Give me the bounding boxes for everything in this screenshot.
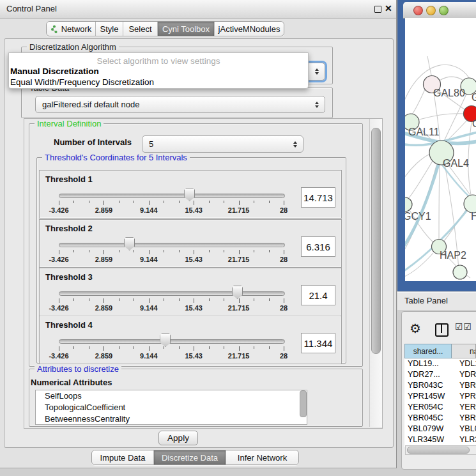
cell-name: YDR2 — [454, 369, 476, 380]
horizontal-scrollbar-thumb[interactable] — [407, 447, 470, 454]
slider-track[interactable] — [59, 339, 285, 344]
tab-impute-data-label: Impute Data — [100, 453, 146, 463]
numerical-attributes-list[interactable]: SelfLoopsTopologicalCoefficientBetweenne… — [35, 390, 307, 425]
slider-tick-label: 15.43 — [185, 352, 203, 360]
threshold-4-panel: Threshold 4 -3.4262.8599.14415.4321.7152… — [39, 316, 342, 364]
tab-network[interactable]: Network — [47, 22, 95, 36]
node-label-partial-right: C — [472, 118, 476, 129]
slider-ticks — [59, 250, 284, 255]
slider-track[interactable] — [59, 194, 285, 198]
checkbox-checked-icons[interactable]: ☑☑ — [455, 321, 472, 332]
attribute-item[interactable]: BetweennessCentrality — [36, 413, 307, 425]
table-row[interactable]: YBL079WYBL0 — [404, 424, 476, 434]
threshold-2-label: Threshold 2 — [45, 224, 93, 233]
tab-cyni-toolbox[interactable]: Cyni Toolbox — [157, 22, 214, 36]
slider-tick-label: 9.144 — [140, 304, 158, 312]
network-window-titlebar — [403, 2, 476, 19]
minimize-traffic-light-icon[interactable] — [426, 6, 436, 15]
tab-style[interactable]: Style — [95, 22, 123, 36]
combo-stepper-icon — [315, 68, 319, 75]
tab-infer-network[interactable]: Infer Network — [226, 450, 298, 464]
threshold-1-value-field[interactable]: 14.713 — [301, 187, 335, 208]
threshold-2-value-field[interactable]: 6.316 — [301, 236, 335, 257]
slider-track[interactable] — [59, 243, 285, 247]
number-of-intervals-combobox[interactable]: 5 — [142, 135, 303, 153]
close-traffic-light-icon[interactable] — [413, 6, 423, 15]
table-row[interactable]: YPR145WYPR1 — [404, 391, 476, 402]
node-label-gal4: GAL4 — [443, 158, 469, 169]
zoom-traffic-light-icon[interactable] — [439, 6, 449, 15]
slider-tick-label: 28 — [280, 256, 288, 263]
table-panel-titlebar: Table Panel — [397, 292, 476, 310]
top-tab-bar: Network Style Select Cyni Toolbox jActiv… — [46, 21, 284, 36]
tab-impute-data[interactable]: Impute Data — [92, 450, 153, 464]
network-canvas[interactable]: GAL80 GA C GAL11 GAL4 GCY1 HA HAP2 — [405, 18, 476, 281]
slider-tick — [209, 346, 210, 349]
slider-thumb[interactable] — [160, 334, 171, 347]
threshold-4-value-field[interactable]: 11.344 — [301, 333, 335, 353]
table-row[interactable]: YBR043CYBR0 — [404, 380, 476, 391]
slider-tick-label: -3.426 — [49, 206, 68, 214]
table-data-combobox[interactable]: galFiltered.sif default node — [35, 96, 325, 113]
slider-tick — [254, 346, 254, 349]
table-row[interactable]: YER054CYER0 — [404, 402, 476, 413]
attributes-list-scrollbar-thumb[interactable] — [300, 390, 307, 417]
threshold-4-label: Threshold 4 — [45, 320, 93, 330]
node-label-partial-top-right: GA — [472, 92, 476, 103]
tab-select[interactable]: Select — [123, 22, 157, 36]
slider-tick — [134, 298, 134, 301]
slider-tick — [194, 201, 194, 205]
threshold-3-value-field[interactable]: 21.4 — [301, 285, 335, 305]
apply-button[interactable]: Apply — [158, 431, 198, 445]
attributes-group-title: Attributes to discretize — [35, 364, 121, 374]
column-split-icon[interactable] — [435, 323, 449, 337]
slider-tick — [284, 250, 284, 254]
table-row[interactable]: YDL19...YDL1 — [404, 358, 476, 369]
cell-name: YBR0 — [454, 413, 476, 424]
slider-thumb[interactable] — [184, 188, 195, 201]
threshold-4-slider[interactable]: -3.4262.8599.14415.4321.71528 — [59, 334, 284, 362]
slider-tick-label: 9.144 — [140, 256, 158, 263]
threshold-3-panel: Threshold 3 -3.4262.8599.14415.4321.7152… — [39, 268, 342, 316]
table-row[interactable]: YDR27...YDR2 — [404, 369, 476, 380]
gear-icon[interactable]: ⚙ — [410, 321, 421, 335]
slider-tick — [164, 346, 164, 349]
cell-name: YER0 — [454, 402, 476, 413]
slider-tick — [224, 250, 224, 252]
slider-track[interactable] — [59, 291, 285, 296]
slider-tick — [284, 201, 284, 205]
node-gcy1[interactable] — [405, 197, 412, 211]
node-partial-mid-right[interactable] — [464, 195, 476, 213]
threshold-3-slider[interactable]: -3.4262.8599.14415.4321.71528 — [59, 286, 284, 314]
tab-jactivemnodules[interactable]: jActiveMNodules — [214, 22, 284, 36]
tab-discretize-data[interactable]: Discretize Data — [153, 450, 226, 464]
attribute-item[interactable]: TopologicalCoefficient — [36, 402, 307, 413]
dropdown-option-manual-discretization[interactable]: Manual Discretization — [10, 66, 99, 76]
attribute-item[interactable]: SelfLoops — [36, 390, 307, 402]
vertical-scrollbar-thumb[interactable] — [371, 128, 381, 354]
table-row[interactable]: YLR345WYLR3 — [404, 434, 476, 445]
float-window-icon[interactable] — [374, 6, 381, 13]
slider-tick — [73, 298, 74, 301]
tab-network-label: Network — [61, 24, 92, 34]
threshold-1-slider[interactable]: -3.4262.8599.14415.4321.71528 — [59, 188, 284, 216]
dropdown-option-equal-width-frequency[interactable]: Equal Width/Frequency Discretization — [10, 77, 154, 87]
slider-tick — [59, 250, 59, 254]
table-row[interactable]: YBR045CYBR0 — [404, 413, 476, 424]
slider-thumb[interactable] — [124, 237, 135, 250]
slider-tick — [179, 298, 180, 301]
slider-tick-label: 28 — [280, 206, 288, 214]
slider-tick-label: 15.43 — [185, 206, 203, 214]
slider-tick — [73, 250, 74, 252]
threshold-2-slider[interactable]: -3.4262.8599.14415.4321.71528 — [59, 237, 284, 265]
node-bottom-partial[interactable] — [453, 265, 467, 279]
slider-tick — [194, 250, 194, 254]
cell-shared-name: YDL19... — [404, 358, 454, 369]
close-icon[interactable]: ✕ — [385, 3, 392, 13]
combo-stepper-icon — [315, 102, 319, 108]
slider-tick — [89, 250, 89, 252]
column-header-shared-name[interactable]: shared... — [404, 344, 452, 358]
slider-tick-label: 2.859 — [95, 304, 113, 312]
slider-thumb[interactable] — [232, 286, 243, 299]
column-header-name[interactable]: na — [452, 344, 476, 358]
